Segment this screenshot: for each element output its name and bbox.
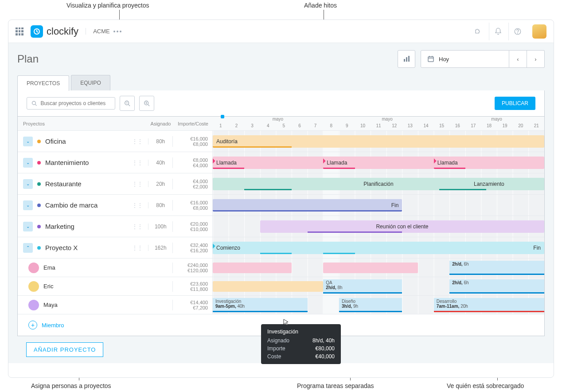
- drag-handle-icon[interactable]: ⋮⋮: [132, 140, 143, 143]
- bar-label: Lanzamiento: [474, 181, 504, 187]
- bar-label: Llamada: [327, 160, 347, 166]
- color-dot-icon: [37, 161, 41, 165]
- assigned-hours: 80h: [148, 202, 172, 208]
- date-range-picker[interactable]: Hoy ‹ ›: [421, 50, 545, 68]
- today-marker-icon: [221, 115, 224, 118]
- day-label: 8: [323, 123, 339, 129]
- task-tooltip: Investigación Asignado8h/d, 40hImporte€8…: [261, 324, 341, 364]
- drag-handle-icon[interactable]: ⋮⋮: [132, 161, 143, 164]
- day-label: 4: [260, 123, 276, 129]
- timeline-cell[interactable]: 2h/d, 6h: [213, 259, 544, 277]
- publish-button[interactable]: PUBLICAR: [495, 97, 535, 110]
- project-name[interactable]: Mantenimiento: [45, 159, 89, 166]
- bell-icon[interactable]: [489, 23, 507, 40]
- puzzle-icon[interactable]: [469, 23, 487, 40]
- calendar-icon: [427, 55, 434, 63]
- expand-button[interactable]: ⌄: [23, 200, 33, 210]
- person-name[interactable]: Ema: [43, 264, 55, 271]
- add-project-button[interactable]: AÑADIR PROYECTO: [26, 342, 103, 357]
- person-avatar[interactable]: [28, 300, 39, 310]
- day-label: 7: [308, 123, 324, 129]
- gantt-bar[interactable]: Llamada: [213, 157, 323, 169]
- drag-handle-icon[interactable]: ⋮⋮: [132, 225, 143, 228]
- expand-button[interactable]: ⌄: [23, 158, 33, 168]
- gantt-bar[interactable]: Reunión con el cliente: [260, 220, 544, 233]
- amount-cell: €32,400€16,200: [172, 243, 212, 253]
- timeline-cell[interactable]: ComienzoFin: [213, 237, 544, 258]
- callout-milestones: Añade hitos: [304, 2, 337, 9]
- amount-cell: €14,400€7,200: [172, 300, 212, 310]
- timeline-cell[interactable]: QA2h/d, 8h2h/d, 6h: [213, 277, 544, 295]
- gantt-bar[interactable]: ComienzoFin: [213, 242, 544, 254]
- zoom-in-button[interactable]: [139, 96, 154, 111]
- task-bar[interactable]: Investigación9am-5pm, 40h: [213, 298, 308, 312]
- month-label: mayo: [273, 117, 283, 122]
- amount-cell: €240,000€120,000: [172, 263, 212, 273]
- add-member-button[interactable]: + Miembro: [18, 314, 75, 336]
- timeline-cell[interactable]: PlanificaciónLanzamiento: [213, 173, 544, 194]
- project-name[interactable]: Cambio de marca: [45, 201, 98, 209]
- search-input-wrap[interactable]: [27, 97, 115, 110]
- amount-cell: €23,600€11,800: [172, 281, 212, 292]
- gantt-bar[interactable]: Llamada: [434, 157, 544, 169]
- person-avatar[interactable]: [28, 263, 39, 273]
- project-name[interactable]: Restaurante: [45, 180, 82, 188]
- day-label: 10: [355, 123, 371, 129]
- next-button[interactable]: ›: [527, 50, 545, 68]
- day-label: 14: [418, 123, 434, 129]
- gantt-bar[interactable]: Auditoría: [213, 135, 544, 148]
- drag-handle-icon[interactable]: ⋮⋮: [132, 204, 143, 207]
- tab-projects[interactable]: PROYECTOS: [17, 75, 69, 91]
- gantt-bar[interactable]: Lanzamiento: [434, 178, 544, 190]
- assigned-hours: 162h: [148, 245, 172, 251]
- gantt-bar[interactable]: [323, 263, 418, 273]
- gantt-bar[interactable]: Fin: [213, 199, 402, 212]
- tooltip-row: Coste€40,000: [267, 353, 335, 360]
- project-name[interactable]: Marketing: [45, 223, 74, 230]
- expand-button[interactable]: ⌄: [23, 222, 33, 231]
- project-row: ⌄ Mantenimiento ⋮⋮ 40h €8,000€4,000 Llam…: [18, 152, 544, 173]
- gantt-bar[interactable]: [213, 281, 323, 292]
- logo[interactable]: clockify: [31, 25, 78, 38]
- gantt-bar[interactable]: [213, 263, 292, 273]
- expand-button[interactable]: ⌄: [23, 137, 33, 146]
- zoom-out-button[interactable]: [120, 96, 135, 111]
- timeline-cell[interactable]: Fin: [213, 195, 544, 216]
- project-name[interactable]: Oficina: [45, 137, 66, 145]
- drag-handle-icon[interactable]: ⋮⋮: [132, 247, 143, 249]
- drag-handle-icon[interactable]: ⋮⋮: [132, 183, 143, 185]
- user-avatar[interactable]: [532, 24, 546, 39]
- day-label: 21: [529, 123, 545, 129]
- logo-text: clockify: [47, 26, 78, 37]
- person-avatar[interactable]: [28, 281, 39, 292]
- search-input[interactable]: [40, 100, 110, 106]
- task-bar[interactable]: QA2h/d, 8h: [323, 279, 402, 294]
- person-row: Eric €23,600€11,800 QA2h/d, 8h2h/d, 6h: [18, 277, 544, 296]
- timeline-cell[interactable]: Auditoría: [213, 131, 544, 152]
- day-label: 18: [481, 123, 497, 129]
- task-bar[interactable]: Diseño3h/d, 9h: [339, 298, 402, 312]
- timeline-cell[interactable]: LlamadaLlamadaLlamada: [213, 152, 544, 173]
- expand-button[interactable]: ⌃: [23, 243, 33, 253]
- task-bar[interactable]: Desarrollo7am-11am, 20h: [434, 298, 544, 312]
- person-name[interactable]: Maya: [43, 302, 58, 308]
- help-icon[interactable]: [508, 23, 526, 40]
- timeline-cell[interactable]: Investigación9am-5pm, 40hDiseño3h/d, 9hD…: [213, 296, 544, 314]
- project-name[interactable]: Proyecto X: [45, 244, 78, 251]
- plus-icon: +: [28, 321, 37, 329]
- project-row: ⌄ Restaurante ⋮⋮ 20h €4,000€2,000 Planif…: [18, 173, 544, 195]
- timeline-cell[interactable]: Reunión con el cliente: [213, 216, 544, 237]
- chart-view-icon[interactable]: [398, 50, 415, 68]
- task-bar[interactable]: 2h/d, 6h: [449, 261, 544, 275]
- apps-grid-icon[interactable]: [16, 27, 23, 35]
- bar-label: Fin: [533, 245, 541, 251]
- gantt-bar[interactable]: Llamada: [323, 157, 433, 169]
- expand-button[interactable]: ⌄: [23, 179, 33, 189]
- task-bar[interactable]: 2h/d, 6h: [449, 279, 544, 294]
- prev-button[interactable]: ‹: [509, 50, 527, 68]
- org-switcher[interactable]: ACME: [86, 28, 121, 35]
- tab-team[interactable]: EQUIPO: [71, 75, 110, 90]
- color-dot-icon: [37, 140, 41, 143]
- svg-rect-6: [428, 57, 433, 62]
- person-name[interactable]: Eric: [43, 283, 53, 290]
